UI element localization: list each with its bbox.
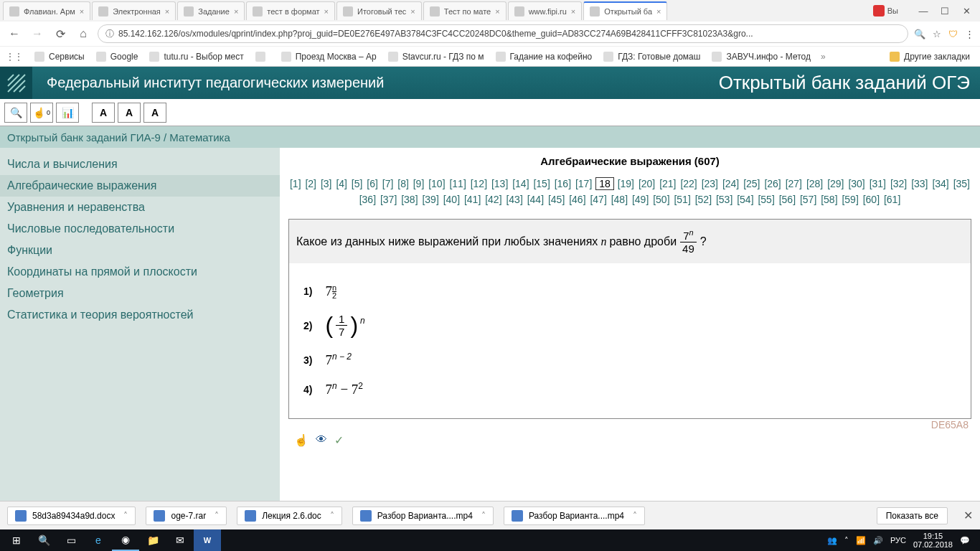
page-link[interactable]: [6] [366, 178, 379, 189]
downloads-close-button[interactable]: ✕ [963, 509, 973, 522]
page-link[interactable]: [5] [351, 178, 364, 189]
page-link[interactable]: [40] [443, 194, 461, 205]
page-link-current[interactable]: 18 [595, 177, 614, 190]
answer-option[interactable]: 3)7n − 2 [303, 352, 956, 368]
page-link[interactable]: [36] [359, 194, 377, 205]
url-bar[interactable]: ⓘ 85.142.162.126/os/xmodules/qprint/inde… [98, 24, 908, 43]
search-in-page-icon[interactable]: 🔍 [914, 29, 925, 39]
extension-icon[interactable]: ⋮ [965, 29, 974, 39]
page-link[interactable]: [22] [679, 178, 697, 189]
reload-button[interactable]: ⟳ [52, 25, 69, 42]
word-icon[interactable]: W [194, 529, 221, 551]
download-item[interactable]: Лекция 2.6.doc˄ [237, 507, 342, 525]
minimize-button[interactable]: ― [913, 4, 934, 18]
bookmark-item[interactable] [251, 52, 274, 62]
page-link[interactable]: [47] [589, 194, 607, 205]
download-item[interactable]: oge-7.rar˄ [146, 507, 227, 525]
bookmark-item[interactable]: Проезд Москва – Ар [277, 52, 381, 62]
bookmark-item[interactable]: Stavcur.ru - ГДЗ по м [384, 52, 489, 62]
star-icon[interactable]: ☆ [933, 29, 941, 39]
page-link[interactable]: [1] [289, 178, 302, 189]
notifications-icon[interactable]: 💬 [960, 536, 970, 545]
page-link[interactable]: [20] [638, 178, 656, 189]
page-link[interactable]: [12] [470, 178, 488, 189]
page-link[interactable]: [58] [820, 194, 838, 205]
page-link[interactable]: [8] [397, 178, 410, 189]
page-link[interactable]: [53] [715, 194, 733, 205]
page-link[interactable]: [51] [673, 194, 691, 205]
edge-icon[interactable]: e [85, 529, 112, 551]
bookmarks-overflow[interactable]: » [821, 52, 826, 62]
bookmark-item[interactable]: Google [92, 52, 143, 62]
close-window-button[interactable]: ✕ [956, 4, 977, 18]
answer-option[interactable]: 2)(17)n [303, 312, 956, 339]
page-link[interactable]: [32] [890, 178, 908, 189]
page-link[interactable]: [55] [757, 194, 775, 205]
page-link[interactable]: [24] [722, 178, 740, 189]
page-link[interactable]: [17] [575, 178, 593, 189]
tab-close-icon[interactable]: × [324, 7, 329, 16]
page-link[interactable]: [60] [862, 194, 880, 205]
browser-tab[interactable]: Итоговый тес× [336, 1, 422, 20]
page-link[interactable]: [26] [763, 178, 781, 189]
page-link[interactable]: [9] [413, 178, 425, 189]
lang-indicator[interactable]: РУС [890, 536, 906, 545]
sidebar-item[interactable]: Геометрия [0, 283, 280, 304]
tab-close-icon[interactable]: × [571, 7, 575, 16]
home-button[interactable]: ⌂ [75, 25, 92, 42]
tab-close-icon[interactable]: × [656, 7, 661, 16]
download-item[interactable]: Разбор Варианта....mp4˄ [352, 507, 494, 525]
chrome-icon[interactable]: ◉ [112, 529, 139, 551]
bookmark-item[interactable]: ГДЗ: Готовые домаш [599, 52, 705, 62]
font-tool-3[interactable]: A [143, 103, 166, 123]
page-link[interactable]: [23] [701, 178, 719, 189]
page-link[interactable]: [30] [847, 178, 865, 189]
sidebar-item[interactable]: Числа и вычисления [0, 154, 280, 175]
page-link[interactable]: [38] [400, 194, 418, 205]
sidebar-item[interactable]: Алгебраические выражения [0, 175, 280, 197]
mail-icon[interactable]: ✉ [166, 529, 194, 551]
tab-close-icon[interactable]: × [495, 7, 499, 16]
tab-close-icon[interactable]: × [410, 7, 415, 16]
page-link[interactable]: [50] [652, 194, 670, 205]
page-link[interactable]: [13] [491, 178, 509, 189]
chevron-up-icon[interactable]: ˄ [633, 511, 637, 521]
font-tool-2[interactable]: A [118, 103, 141, 123]
clock[interactable]: 19:15 07.02.2018 [913, 532, 953, 549]
start-button[interactable]: ⊞ [3, 529, 30, 551]
apps-icon[interactable]: ⋮⋮ [6, 52, 23, 62]
page-link[interactable]: [14] [512, 178, 529, 189]
sidebar-item[interactable]: Уравнения и неравенства [0, 197, 280, 218]
maximize-button[interactable]: ☐ [934, 4, 956, 18]
check-icon[interactable]: ✓ [334, 433, 344, 447]
chevron-up-icon[interactable]: ˄ [330, 511, 334, 521]
browser-tab[interactable]: Открытый ба× [583, 1, 667, 20]
page-link[interactable]: [11] [448, 178, 466, 189]
other-bookmarks[interactable]: Другие закладки [885, 52, 974, 62]
tray-up-icon[interactable]: ˄ [844, 536, 849, 545]
bookmark-item[interactable]: ЗАВУЧ.инфо - Метод [707, 52, 815, 62]
page-link[interactable]: [57] [799, 194, 817, 205]
page-link[interactable]: [10] [428, 178, 446, 189]
page-link[interactable]: [37] [380, 194, 397, 205]
browser-tab[interactable]: Задание× [177, 1, 245, 20]
page-link[interactable]: [29] [826, 178, 844, 189]
shield-icon[interactable]: 🛡 [948, 29, 958, 39]
browser-tab[interactable]: www.fipi.ru× [508, 1, 583, 20]
select-tool[interactable]: ☝0 [30, 103, 53, 123]
download-item[interactable]: Разбор Варианта....mp4˄ [504, 507, 645, 525]
page-link[interactable]: [3] [320, 178, 333, 189]
page-link[interactable]: [27] [785, 178, 803, 189]
answer-option[interactable]: 4)7n − 72 [303, 381, 956, 397]
font-tool-1[interactable]: A [92, 103, 115, 123]
sidebar-item[interactable]: Функции [0, 240, 280, 261]
page-link[interactable]: [16] [554, 178, 572, 189]
page-link[interactable]: [21] [659, 178, 677, 189]
bookmark-item[interactable]: Гадание на кофейно [491, 52, 597, 62]
page-link[interactable]: [2] [304, 178, 317, 189]
fipi-logo[interactable] [0, 67, 32, 99]
page-link[interactable]: [19] [617, 178, 635, 189]
page-link[interactable]: [33] [910, 178, 928, 189]
page-link[interactable]: [59] [841, 194, 859, 205]
forward-button[interactable]: → [29, 25, 46, 42]
